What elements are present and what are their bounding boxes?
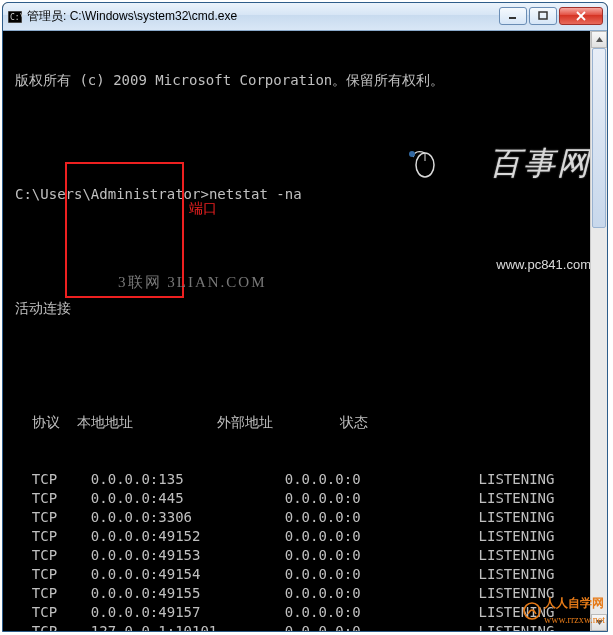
copyright-line: 版权所有 (c) 2009 Microsoft Corporation。保留所有… [15, 71, 603, 90]
table-row: TCP 0.0.0.0:445 0.0.0.0:0 LISTENING [15, 489, 603, 508]
cmd-window: C:\ 管理员: C:\Windows\system32\cmd.exe 版权所… [2, 2, 608, 632]
table-row: TCP 127.0.0.1:10101 0.0.0.0:0 LISTENING [15, 622, 603, 631]
blank-line [15, 356, 603, 375]
svg-line-4 [577, 12, 585, 20]
scroll-up-button[interactable] [591, 31, 607, 48]
maximize-button[interactable] [529, 7, 557, 25]
scroll-thumb[interactable] [592, 48, 606, 228]
scroll-track[interactable] [591, 48, 607, 614]
scroll-down-button[interactable] [591, 614, 607, 631]
window-controls [497, 7, 603, 27]
port-highlight-box [65, 162, 184, 298]
svg-rect-3 [539, 12, 547, 19]
table-row: TCP 0.0.0.0:3306 0.0.0.0:0 LISTENING [15, 508, 603, 527]
active-connections-heading: 活动连接 [15, 299, 603, 318]
app-icon: C:\ [7, 9, 23, 25]
table-row: TCP 0.0.0.0:49152 0.0.0.0:0 LISTENING [15, 527, 603, 546]
svg-point-8 [409, 151, 415, 157]
column-headers: 协议 本地地址 外部地址 状态 [15, 413, 603, 432]
terminal-output[interactable]: 版权所有 (c) 2009 Microsoft Corporation。保留所有… [3, 31, 607, 631]
svg-point-6 [416, 153, 434, 177]
window-title: 管理员: C:\Windows\system32\cmd.exe [27, 8, 497, 25]
svg-text:C:\: C:\ [10, 13, 22, 22]
blank-line [15, 128, 603, 147]
connection-rows: TCP 0.0.0.0:135 0.0.0.0:0 LISTENING TCP … [15, 470, 603, 631]
watermark-top-text: 百事网 [489, 154, 591, 173]
table-row: TCP 0.0.0.0:49154 0.0.0.0:0 LISTENING [15, 565, 603, 584]
prompt-line: C:\Users\Administrator>netstat -na [15, 185, 603, 204]
vertical-scrollbar[interactable] [590, 31, 607, 631]
table-row: TCP 0.0.0.0:135 0.0.0.0:0 LISTENING [15, 470, 603, 489]
watermark-center: 3联网 3LIAN.COM [118, 273, 267, 292]
table-row: TCP 0.0.0.0:49153 0.0.0.0:0 LISTENING [15, 546, 603, 565]
table-row: TCP 0.0.0.0:49157 0.0.0.0:0 LISTENING [15, 603, 603, 622]
title-bar[interactable]: C:\ 管理员: C:\Windows\system32\cmd.exe [3, 3, 607, 31]
close-button[interactable] [559, 7, 603, 25]
svg-line-5 [577, 12, 585, 20]
minimize-button[interactable] [499, 7, 527, 25]
blank-line [15, 242, 603, 261]
table-row: TCP 0.0.0.0:49155 0.0.0.0:0 LISTENING [15, 584, 603, 603]
